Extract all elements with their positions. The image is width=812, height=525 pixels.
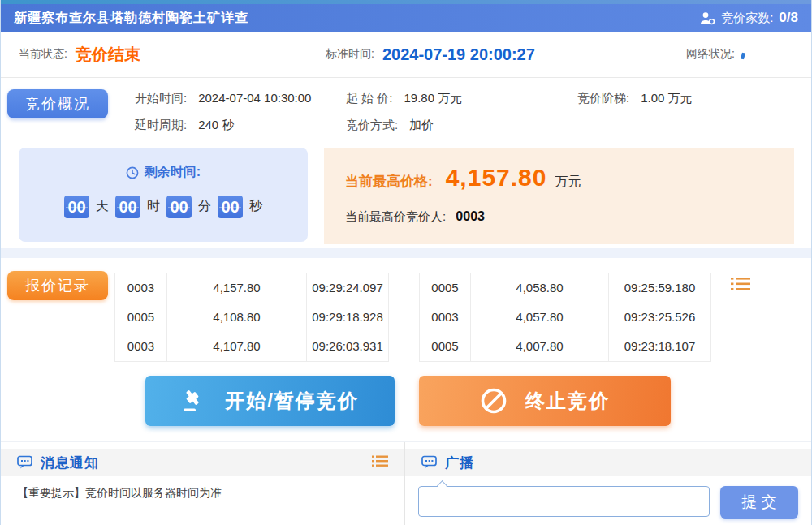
bid-time: 09:29:18.928 [307,303,388,332]
network-status-label: 网络状况: [686,47,735,62]
status-bar: 当前状态: 竞价结束 标准时间: 2024-07-19 20:00:27 网络状… [1,32,811,78]
bidder-code: 0003 [115,273,167,303]
broadcast-header: 广播 [405,449,811,476]
bid-time: 09:29:24.097 [307,273,388,303]
bidder-count-value: 0/8 [779,10,798,26]
bid-mode-field: 竞价方式: 加价 [346,118,577,133]
auction-page: 新疆察布查尔县塔勒德村陶瓷土矿详查 竞价家数: 0/8 当前状态: 竞价结束 标… [0,0,812,525]
overview-section-label: 竞价概况 [7,89,108,118]
bid-record-row: 00034,157.8009:29:24.097 [115,273,388,303]
standard-time-label: 标准时间: [326,47,374,62]
bid-records-table-right: 00054,058.8009:25:59.18000034,057.8009:2… [419,273,711,362]
standard-time-group: 标准时间: 2024-07-19 20:00:27 [326,45,535,64]
terminate-bid-label: 终止竞价 [525,388,610,414]
countdown-days: 00 [64,196,89,218]
countdown-unit: 分 [198,198,211,215]
bidder-code: 0005 [420,332,471,361]
bid-amount: 4,108.80 [167,303,307,332]
countdown-hours: 00 [115,196,140,218]
auction-overview-section: 竞价概况 开始时间: 2024-07-04 10:30:00 起 始 价: 19… [1,78,811,248]
message-bubble-icon [421,455,438,470]
bid-record-row: 00054,058.8009:25:59.180 [420,273,710,303]
bid-record-row: 00054,108.8009:29:18.928 [115,303,388,332]
field-label: 起 始 价: [346,91,393,106]
delay-period-field: 延时周期: 240 秒 [135,118,346,133]
field-value: 19.80 万元 [404,91,463,106]
bidder-count-label: 竞价家数: [721,11,773,26]
countdown-unit: 天 [96,198,109,215]
notifications-header: 消息通知 [1,449,404,476]
highest-bidder-line: 当前最高价竞价人: 0003 [345,209,794,225]
notifications-list-icon[interactable] [372,454,388,471]
bid-records-list-icon[interactable] [730,276,751,294]
highest-price-unit: 万元 [555,174,581,191]
users-icon [700,11,715,25]
countdown-unit: 秒 [249,198,262,215]
field-value: 2024-07-04 10:30:00 [198,91,311,106]
current-status-value: 竞价结束 [76,44,140,66]
bidder-code: 0005 [115,303,167,332]
bidder-count-group: 竞价家数: 0/8 [700,10,798,26]
broadcast-input[interactable] [418,486,710,517]
bid-time: 09:23:18.107 [609,332,710,361]
bidder-code: 0005 [420,273,471,303]
bid-amount: 4,107.80 [167,332,307,361]
start-pause-bid-button[interactable]: 开始/暂停竞价 [145,376,395,426]
bottom-panels: 消息通知 【重要提示】竞价时间以服务器时间为准 [1,442,811,525]
field-value: 1.00 万元 [641,91,692,106]
broadcast-title: 广播 [445,454,474,472]
highest-price-value: 4,157.80 [446,164,547,191]
title-bar: 新疆察布查尔县塔勒德村陶瓷土矿详查 竞价家数: 0/8 [1,4,811,32]
field-value: 240 秒 [198,118,234,133]
field-label: 竞价方式: [346,118,398,133]
highest-price-line: 当前最高价格: 4,157.80 万元 [345,164,794,191]
field-label: 竞价阶梯: [577,91,629,106]
bid-amount: 4,057.80 [471,303,609,332]
page-title: 新疆察布查尔县塔勒德村陶瓷土矿详查 [14,10,248,27]
bid-time: 09:26:03.931 [307,332,388,361]
countdown-minutes: 00 [166,196,192,218]
terminate-bid-button[interactable]: 终止竞价 [419,376,671,426]
broadcast-panel: 广播 提 交 [405,442,811,525]
section-divider [1,248,811,258]
start-price-field: 起 始 价: 19.80 万元 [346,91,577,106]
bid-amount: 4,157.80 [167,273,307,303]
bid-record-row: 00034,107.8009:26:03.931 [115,332,388,361]
start-pause-bid-label: 开始/暂停竞价 [225,388,359,414]
remaining-time-label: 剩余时间: [145,164,201,181]
bid-amount: 4,058.80 [471,273,609,303]
countdown-seconds: 00 [218,196,243,218]
bid-record-row: 00054,007.8009:23:18.107 [420,332,710,361]
control-buttons-row: 开始/暂停竞价 终止竞价 [1,372,811,442]
submit-button[interactable]: 提 交 [720,486,798,519]
highest-bidder-value: 0003 [456,209,485,223]
start-time-field: 开始时间: 2024-07-04 10:30:00 [135,91,346,106]
highest-price-panel: 当前最高价格: 4,157.80 万元 当前最高价竞价人: 0003 [324,148,794,244]
countdown-digits: 00 天 00 时 00 分 00 秒 [19,196,308,218]
notifications-panel: 消息通知 【重要提示】竞价时间以服务器时间为准 [1,442,405,525]
highest-price-label: 当前最高价格: [345,172,433,191]
remaining-time-panel: 剩余时间: 00 天 00 时 00 分 00 秒 [19,148,308,242]
broadcast-form: 提 交 [405,476,811,519]
broadcast-input-wrap [418,486,710,517]
remaining-time-title: 剩余时间: [126,164,201,181]
network-signal-icon [741,53,745,60]
bid-step-field: 竞价阶梯: 1.00 万元 [577,91,693,106]
bidder-code: 0003 [115,332,167,361]
notifications-title: 消息通知 [41,454,99,472]
bid-time: 09:23:25.526 [609,303,710,332]
bidder-code: 0003 [420,303,471,332]
field-label: 开始时间: [135,91,187,106]
network-status-group: 网络状况: [686,47,793,62]
countdown-unit: 时 [147,198,160,215]
bid-time: 09:25:59.180 [609,273,710,303]
bid-amount: 4,007.80 [471,332,609,361]
gavel-icon [181,389,207,413]
current-status-label: 当前状态: [19,47,67,62]
standard-time-value: 2024-07-19 20:00:27 [382,45,535,64]
prohibition-icon [480,387,508,415]
bid-records-section: 报价记录 00034,157.8009:29:24.09700054,108.8… [1,258,811,372]
bid-records-table-left: 00034,157.8009:29:24.09700054,108.8009:2… [114,273,389,362]
message-bubble-icon [17,455,33,470]
highest-bidder-label: 当前最高价竞价人: [345,209,446,223]
